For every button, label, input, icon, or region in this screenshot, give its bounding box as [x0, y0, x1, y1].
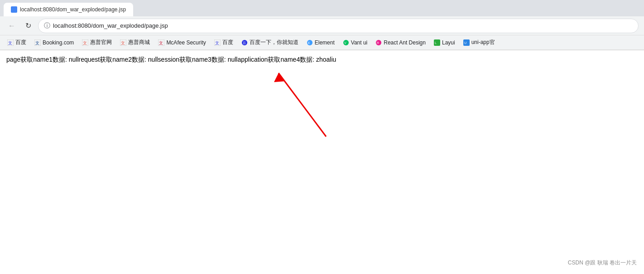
browser-chrome: localhost:8080/dom_war_exploded/page.jsp… — [0, 0, 644, 50]
svg-text:文: 文 — [8, 41, 12, 45]
tab-bar: localhost:8080/dom_war_exploded/page.jsp — [0, 0, 644, 16]
bookmark-layui[interactable]: L Layui — [430, 38, 459, 47]
bookmark-icon-react: R — [375, 39, 382, 46]
bookmark-icon-uni: U — [463, 39, 470, 46]
bookmark-label-react: React Ant Design — [384, 39, 426, 46]
svg-text:文: 文 — [121, 41, 125, 45]
tab-favicon — [11, 6, 17, 13]
bookmark-booking[interactable]: 文 Booking.com — [31, 38, 77, 47]
page-text: page获取name1数据: nullrequest获取name2数据: nul… — [6, 55, 638, 64]
svg-text:文: 文 — [35, 41, 39, 45]
bookmark-hp2[interactable]: 文 惠普商城 — [116, 37, 154, 48]
bookmark-label-baidu1: 百度 — [15, 39, 26, 46]
bookmark-label-baidu2: 百度 — [222, 39, 233, 46]
svg-text:L: L — [435, 41, 437, 44]
bookmark-label-hp2: 惠普商城 — [128, 39, 150, 46]
nav-bar: ← ↻ ⓘ localhost:8080/dom_war_exploded/pa… — [0, 16, 644, 35]
bookmark-label-layui: Layui — [442, 39, 455, 46]
back-button[interactable]: ← — [5, 20, 18, 32]
bookmark-react[interactable]: R React Ant Design — [372, 38, 429, 47]
bookmark-icon-mcafee: 文 — [158, 39, 164, 46]
bookmark-icon-hp1: 文 — [82, 39, 88, 46]
bookmark-icon-hp2: 文 — [120, 39, 126, 46]
svg-text:文: 文 — [215, 41, 219, 45]
back-icon: ← — [8, 22, 15, 30]
bookmark-label-uni: uni-app官 — [471, 39, 495, 46]
bookmark-icon-element: E — [307, 39, 313, 46]
svg-marker-25 — [274, 73, 285, 82]
bookmark-label-element: Element — [315, 39, 335, 46]
address-bar[interactable]: ⓘ localhost:8080/dom_war_exploded/page.j… — [38, 19, 639, 33]
bookmark-icon-vant: V — [343, 39, 349, 46]
bookmark-label-vant: Vant ui — [351, 39, 367, 46]
bookmark-mcafee[interactable]: 文 McAfee Security — [154, 38, 209, 47]
bookmark-vant[interactable]: V Vant ui — [339, 38, 371, 47]
bookmark-label-hp1: 惠普官网 — [90, 39, 112, 46]
bookmark-label-booking: Booking.com — [43, 39, 74, 46]
reload-button[interactable]: ↻ — [22, 20, 34, 32]
reload-icon: ↻ — [25, 21, 31, 30]
bookmark-hp1[interactable]: 文 惠普官网 — [78, 37, 115, 48]
svg-text:U: U — [464, 41, 466, 44]
bookmark-uni[interactable]: U uni-app官 — [460, 37, 499, 48]
bookmark-icon-baidu1: 文 — [7, 39, 14, 46]
bookmark-baidu2[interactable]: 文 百度 — [211, 37, 237, 48]
bookmark-label-baiduyixia: 百度一下，你就知道 — [250, 39, 298, 46]
svg-line-24 — [279, 73, 326, 137]
bookmark-icon-booking: 文 — [34, 39, 41, 46]
bookmark-element[interactable]: E Element — [303, 38, 338, 47]
svg-text:文: 文 — [159, 41, 163, 45]
annotation-arrow — [254, 59, 344, 141]
bookmark-baidu1[interactable]: 文 百度 — [4, 37, 30, 48]
svg-text:文: 文 — [83, 41, 87, 45]
page-content: page获取name1数据: nullrequest获取name2数据: nul… — [0, 50, 644, 259]
info-icon: ⓘ — [44, 22, 50, 30]
svg-text:V: V — [344, 41, 346, 44]
svg-text:R: R — [377, 41, 379, 44]
active-tab[interactable]: localhost:8080/dom_war_exploded/page.jsp — [4, 3, 133, 16]
bookmark-icon-layui: L — [434, 39, 440, 46]
bookmark-label-mcafee: McAfee Security — [166, 39, 206, 46]
svg-text:E: E — [308, 41, 310, 44]
svg-text:百: 百 — [243, 41, 246, 44]
bookmark-icon-baidu2: 文 — [214, 39, 221, 46]
bookmark-baiduyixia[interactable]: 百 百度一下，你就知道 — [238, 37, 302, 48]
address-text: localhost:8080/dom_war_exploded/page.jsp — [53, 22, 633, 29]
tab-label: localhost:8080/dom_war_exploded/page.jsp — [20, 6, 126, 13]
bookmarks-bar: 文 百度 文 Booking.com 文 惠普官网 文 惠普商 — [0, 35, 644, 50]
bookmark-icon-baiduyixia: 百 — [241, 39, 248, 46]
